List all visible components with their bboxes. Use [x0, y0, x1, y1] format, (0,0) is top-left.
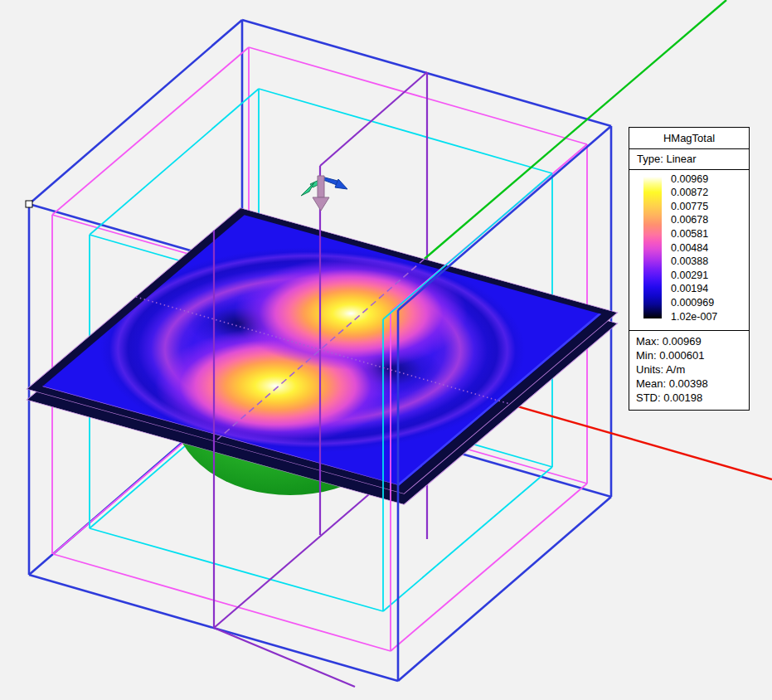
scale-label: 0.00291 — [671, 270, 708, 281]
scale-label: 0.00872 — [671, 187, 708, 198]
cs-triad — [301, 176, 347, 211]
scale-label: 0.00775 — [671, 202, 708, 212]
triad-x-arrow — [322, 177, 347, 189]
stat-line: Max: 0.00969 — [636, 334, 749, 348]
feed-box-wireframe-over — [214, 72, 427, 628]
outer-box-cut-edges — [398, 126, 611, 681]
legend-title: HMagTotal — [629, 128, 749, 149]
selection-handle[interactable] — [26, 201, 32, 207]
scale-label: 0.000969 — [671, 298, 714, 309]
stat-line: STD: 0.00198 — [636, 391, 749, 405]
colorbar-gradient — [643, 177, 662, 318]
legend-scale-type: Type: Linear — [629, 149, 749, 170]
scale-label: 1.02e-007 — [671, 312, 717, 323]
scale-label: 0.00581 — [671, 229, 708, 240]
scale-label: 0.00678 — [671, 215, 708, 226]
legend-stats: Max: 0.00969Min: 0.000601Units: A/mMean:… — [629, 331, 749, 405]
stat-line: Units: A/m — [636, 362, 749, 377]
stat-line: Min: 0.000601 — [636, 348, 749, 362]
x-axis-hidden-line — [136, 297, 510, 404]
app-canvas: { "legend": { "title": "HMagTotal", "typ… — [0, 0, 772, 700]
scale-label: 0.00388 — [671, 256, 708, 267]
legend-scale-labels: 0.009690.008720.007750.006780.005810.004… — [671, 170, 749, 330]
scale-label: 0.00194 — [671, 284, 708, 294]
mid-box-cut-edges — [391, 144, 587, 651]
scale-label: 0.00969 — [671, 174, 708, 185]
scale-label: 0.00484 — [671, 243, 708, 254]
legend-panel: HMagTotal Type: Linear 0.009690.008720.0… — [629, 127, 750, 411]
legend-color-scale: 0.009690.008720.007750.006780.005810.004… — [629, 170, 749, 331]
stat-line: Mean: 0.00398 — [636, 377, 749, 391]
